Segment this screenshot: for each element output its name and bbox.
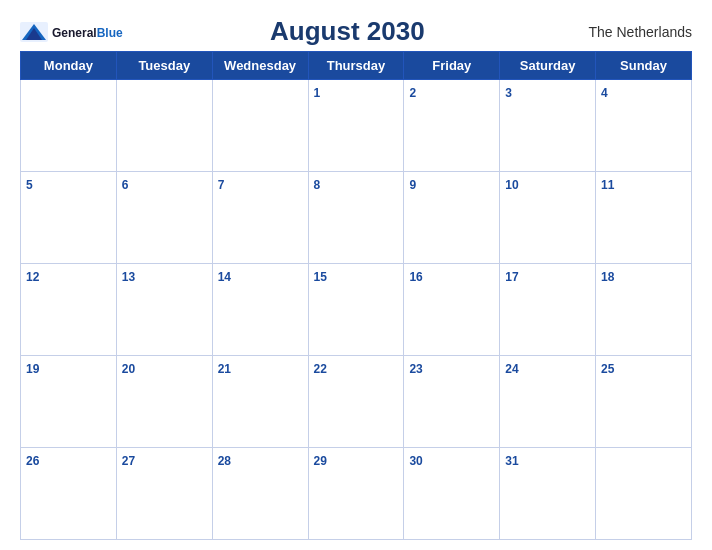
calendar-cell: 5 — [21, 172, 117, 264]
logo-text: GeneralBlue — [52, 23, 123, 41]
calendar-cell: 14 — [212, 264, 308, 356]
calendar-cell — [596, 448, 692, 540]
day-number: 24 — [505, 362, 518, 376]
weekday-wednesday: Wednesday — [212, 52, 308, 80]
day-number: 7 — [218, 178, 225, 192]
calendar-cell: 17 — [500, 264, 596, 356]
calendar-cell: 22 — [308, 356, 404, 448]
day-number: 1 — [314, 86, 321, 100]
calendar-cell: 4 — [596, 80, 692, 172]
day-number: 5 — [26, 178, 33, 192]
day-number: 27 — [122, 454, 135, 468]
weekday-sunday: Sunday — [596, 52, 692, 80]
day-number: 13 — [122, 270, 135, 284]
week-row-2: 12131415161718 — [21, 264, 692, 356]
calendar-cell: 12 — [21, 264, 117, 356]
calendar-table: MondayTuesdayWednesdayThursdayFridaySatu… — [20, 51, 692, 540]
calendar-cell: 19 — [21, 356, 117, 448]
day-number: 23 — [409, 362, 422, 376]
calendar-cell: 13 — [116, 264, 212, 356]
week-row-3: 19202122232425 — [21, 356, 692, 448]
day-number: 14 — [218, 270, 231, 284]
day-number: 4 — [601, 86, 608, 100]
day-number: 17 — [505, 270, 518, 284]
calendar-cell: 30 — [404, 448, 500, 540]
weekday-row: MondayTuesdayWednesdayThursdayFridaySatu… — [21, 52, 692, 80]
day-number: 11 — [601, 178, 614, 192]
calendar-cell: 21 — [212, 356, 308, 448]
day-number: 28 — [218, 454, 231, 468]
week-row-1: 567891011 — [21, 172, 692, 264]
week-row-4: 262728293031 — [21, 448, 692, 540]
calendar-cell — [21, 80, 117, 172]
day-number: 8 — [314, 178, 321, 192]
day-number: 25 — [601, 362, 614, 376]
calendar-cell: 29 — [308, 448, 404, 540]
day-number: 16 — [409, 270, 422, 284]
calendar-cell: 3 — [500, 80, 596, 172]
day-number: 30 — [409, 454, 422, 468]
country-label: The Netherlands — [572, 24, 692, 40]
day-number: 20 — [122, 362, 135, 376]
weekday-thursday: Thursday — [308, 52, 404, 80]
calendar-cell — [116, 80, 212, 172]
calendar-cell: 2 — [404, 80, 500, 172]
calendar-cell: 28 — [212, 448, 308, 540]
logo-icon — [20, 22, 48, 42]
day-number: 21 — [218, 362, 231, 376]
day-number: 18 — [601, 270, 614, 284]
day-number: 19 — [26, 362, 39, 376]
day-number: 10 — [505, 178, 518, 192]
calendar-cell: 18 — [596, 264, 692, 356]
logo: GeneralBlue — [20, 22, 123, 42]
calendar-cell: 25 — [596, 356, 692, 448]
calendar-cell: 9 — [404, 172, 500, 264]
day-number: 31 — [505, 454, 518, 468]
calendar-cell — [212, 80, 308, 172]
calendar-cell: 23 — [404, 356, 500, 448]
day-number: 3 — [505, 86, 512, 100]
calendar-cell: 16 — [404, 264, 500, 356]
day-number: 22 — [314, 362, 327, 376]
weekday-friday: Friday — [404, 52, 500, 80]
logo-blue: Blue — [97, 26, 123, 40]
calendar-cell: 15 — [308, 264, 404, 356]
weekday-monday: Monday — [21, 52, 117, 80]
day-number: 12 — [26, 270, 39, 284]
day-number: 26 — [26, 454, 39, 468]
day-number: 15 — [314, 270, 327, 284]
calendar-body: 1234567891011121314151617181920212223242… — [21, 80, 692, 540]
day-number: 9 — [409, 178, 416, 192]
calendar-cell: 24 — [500, 356, 596, 448]
week-row-0: 1234 — [21, 80, 692, 172]
calendar-cell: 6 — [116, 172, 212, 264]
calendar-cell: 1 — [308, 80, 404, 172]
calendar-cell: 26 — [21, 448, 117, 540]
calendar-cell: 8 — [308, 172, 404, 264]
day-number: 29 — [314, 454, 327, 468]
logo-general: General — [52, 26, 97, 40]
calendar-header-row: MondayTuesdayWednesdayThursdayFridaySatu… — [21, 52, 692, 80]
calendar-cell: 31 — [500, 448, 596, 540]
weekday-tuesday: Tuesday — [116, 52, 212, 80]
calendar-cell: 10 — [500, 172, 596, 264]
day-number: 6 — [122, 178, 129, 192]
calendar-cell: 11 — [596, 172, 692, 264]
calendar-header: GeneralBlue August 2030 The Netherlands — [20, 10, 692, 51]
calendar-cell: 27 — [116, 448, 212, 540]
calendar-title: August 2030 — [123, 16, 572, 47]
calendar-cell: 7 — [212, 172, 308, 264]
calendar-cell: 20 — [116, 356, 212, 448]
weekday-saturday: Saturday — [500, 52, 596, 80]
day-number: 2 — [409, 86, 416, 100]
